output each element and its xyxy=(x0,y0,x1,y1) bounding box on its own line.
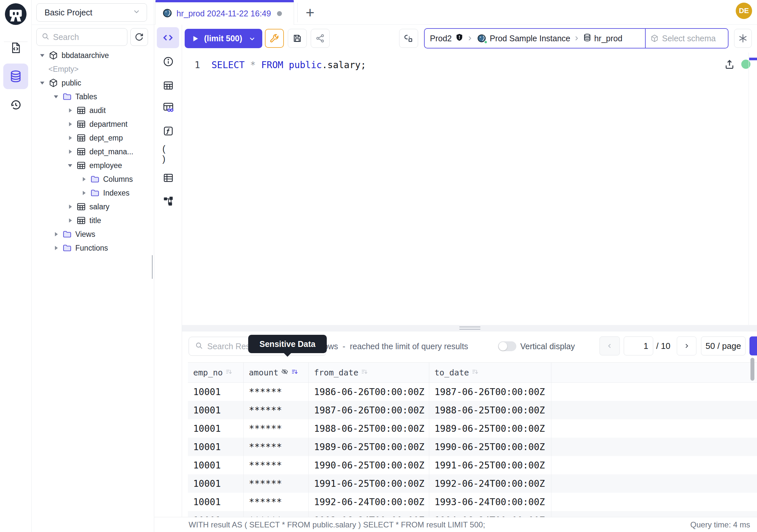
tab-active[interactable]: hr_prod 2024-11-22 16:49 xyxy=(155,0,294,25)
table-list-icon[interactable] xyxy=(163,172,174,184)
caret-right-icon[interactable] xyxy=(79,175,88,183)
select-schema[interactable]: Select schema xyxy=(645,29,728,48)
tree-item[interactable]: Views xyxy=(32,227,154,241)
sql-token: public xyxy=(289,60,322,71)
table-data-search-icon[interactable] xyxy=(163,102,174,113)
avatar[interactable]: DE xyxy=(736,3,752,19)
project-selector[interactable]: Basic Project xyxy=(36,3,147,22)
new-tab-button[interactable]: + xyxy=(300,3,320,22)
tree-item[interactable]: salary xyxy=(32,200,154,214)
tree-search-input[interactable] xyxy=(53,32,118,42)
tree-item-label: audit xyxy=(89,106,106,115)
divider-grip-icon[interactable] xyxy=(459,327,480,329)
refresh-icon xyxy=(134,32,144,42)
caret-right-icon[interactable] xyxy=(66,147,74,156)
schema-diagram-icon[interactable] xyxy=(163,195,174,207)
sort-icon[interactable] xyxy=(291,368,298,377)
database-nav-active[interactable] xyxy=(3,64,28,89)
run-query-button[interactable]: (limit 500) xyxy=(185,29,262,48)
vertical-display-toggle[interactable] xyxy=(498,341,516,351)
caret-right-icon[interactable] xyxy=(79,189,88,197)
tree-item[interactable]: dept_mana... xyxy=(32,145,154,159)
tree-item[interactable]: department xyxy=(32,117,154,131)
table-cell: 1992-06-24T00:00:00Z xyxy=(429,474,551,493)
export-button[interactable] xyxy=(749,336,757,356)
tree-item[interactable]: bbdataarchive xyxy=(32,48,154,62)
column-header-to_date[interactable]: to_date xyxy=(429,363,551,382)
caret-right-icon[interactable] xyxy=(66,203,74,211)
tree-item[interactable]: audit xyxy=(32,104,154,117)
caret-down-icon[interactable] xyxy=(38,51,46,60)
ai-assistant-button[interactable] xyxy=(734,29,752,48)
run-query-label: (limit 500) xyxy=(204,34,242,43)
sql-statement[interactable]: SELECT * FROM public.salary; xyxy=(212,60,366,71)
table-cell: 10001 xyxy=(188,383,244,401)
table-cell-filler xyxy=(551,438,757,456)
function-icon[interactable] xyxy=(163,125,174,137)
tree-item-label: Tables xyxy=(75,92,97,101)
panel-divider[interactable] xyxy=(182,325,757,331)
tree-item[interactable]: Indexes xyxy=(32,186,154,200)
tree-item[interactable]: Functions xyxy=(32,241,154,255)
history-icon[interactable] xyxy=(9,98,22,111)
tree-search[interactable] xyxy=(36,28,127,46)
refresh-button[interactable] xyxy=(130,28,148,46)
tree-item[interactable]: employee xyxy=(32,159,154,172)
upload-icon[interactable] xyxy=(724,59,735,72)
tree-item[interactable]: Tables xyxy=(32,90,154,104)
table-icon xyxy=(76,147,86,157)
sort-icon[interactable] xyxy=(225,368,232,377)
tree-item[interactable]: title xyxy=(32,214,154,227)
caret-down-icon[interactable] xyxy=(38,78,46,87)
caret-down-icon[interactable] xyxy=(52,92,60,101)
page-number-input[interactable] xyxy=(624,336,653,356)
editor-scroll-thumb[interactable] xyxy=(749,58,757,60)
caret-right-icon[interactable] xyxy=(66,216,74,225)
share-button[interactable] xyxy=(311,29,330,48)
caret-right-icon[interactable] xyxy=(52,230,60,238)
table-row: 10001******1993-06-24T00:00:00Z1994-06-2… xyxy=(188,511,757,517)
eye-off-icon[interactable] xyxy=(281,368,288,377)
caret-right-icon[interactable] xyxy=(52,244,60,252)
tree-item[interactable]: Columns xyxy=(32,172,154,186)
results-scrollbar-thumb[interactable] xyxy=(750,358,754,381)
info-icon[interactable] xyxy=(163,56,174,68)
admin-wrench-button[interactable] xyxy=(265,29,284,48)
worksheet-icon[interactable] xyxy=(9,41,22,54)
tab-separator xyxy=(297,3,298,22)
table-cell: 10001 xyxy=(188,419,244,438)
table-cell-filler xyxy=(551,493,757,511)
sort-icon[interactable] xyxy=(361,368,368,377)
next-page-button[interactable] xyxy=(677,336,696,356)
caret-right-icon[interactable] xyxy=(66,120,74,128)
table-row: 10001******1986-06-26T00:00:00Z1987-06-2… xyxy=(188,383,757,401)
column-header-amount[interactable]: amount xyxy=(244,363,309,382)
sql-token: SELECT xyxy=(212,60,245,71)
caret-down-icon[interactable] xyxy=(66,161,74,170)
database-icon xyxy=(9,70,23,83)
column-header-from_date[interactable]: from_date xyxy=(309,363,429,382)
column-header-emp_no[interactable]: emp_no xyxy=(188,363,244,382)
table-info-icon[interactable] xyxy=(163,79,174,91)
sort-icon[interactable] xyxy=(471,368,479,377)
table-cell: ****** xyxy=(244,383,309,401)
tree-item[interactable]: dept_emp xyxy=(32,131,154,145)
tree-item-label: Columns xyxy=(103,175,133,184)
caret-right-icon[interactable] xyxy=(66,134,74,142)
bytebase-logo-icon[interactable] xyxy=(5,3,26,25)
page-size-select[interactable]: 50 / page xyxy=(701,336,745,356)
sql-editor[interactable]: 1 SELECT * FROM public.salary; xyxy=(182,52,757,325)
page-size-label: 50 / page xyxy=(706,341,741,351)
prev-page-button[interactable] xyxy=(599,336,620,356)
query-results-panel: 500 rows - reached the limit of query re… xyxy=(182,331,757,517)
tree-item[interactable]: public xyxy=(32,76,154,90)
table-cell: 1991-06-25T00:00:00Z xyxy=(309,474,429,493)
code-panel-toggle[interactable] xyxy=(157,27,179,48)
tree-item[interactable]: <Empty> xyxy=(32,62,154,76)
save-button[interactable] xyxy=(288,29,307,48)
caret-right-icon[interactable] xyxy=(66,106,74,115)
schema-tree: bbdataarchive<Empty>publicTablesauditdep… xyxy=(32,48,154,255)
parentheses-icon[interactable]: ( ) xyxy=(163,148,174,160)
connection-breadcrumb[interactable]: Prod2 Prod Sample Instance hr_prod Selec xyxy=(424,28,729,48)
connection-button[interactable] xyxy=(399,29,418,48)
